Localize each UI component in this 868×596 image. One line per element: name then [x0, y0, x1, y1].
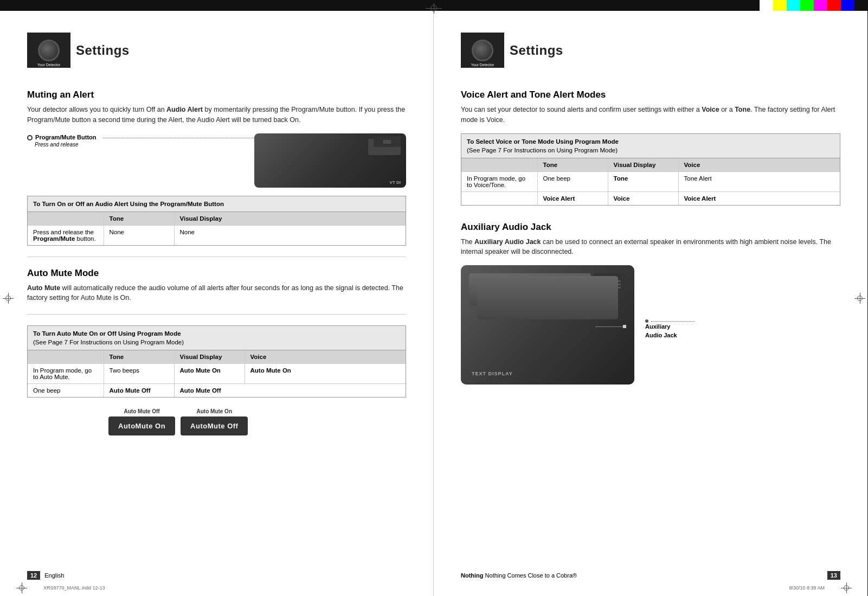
mute-col-h2: Tone: [104, 212, 174, 226]
vt-row-label: In Program mode, go to Voice/Tone. One b…: [461, 171, 840, 191]
right-page: Your Detector Settings Voice Alert and T…: [434, 0, 867, 596]
voice-alert-para: You can set your detector to sound alert…: [461, 105, 840, 125]
am-row1-display: Auto Mute Off: [104, 384, 174, 398]
mute-col-h3: Visual Display: [174, 212, 406, 226]
detector-icon-box-right: Your Detector: [461, 33, 504, 68]
detector-icon-box-left: Your Detector: [27, 33, 70, 68]
auto-mute-section: Auto Mute Mode Auto Mute will automatica…: [27, 268, 406, 436]
reg-crosshair-top: [426, 3, 442, 14]
press-release-label: Press and release: [35, 142, 103, 148]
right-page-footer: Nothing Nothing Comes Close to a Cobra® …: [461, 571, 840, 580]
btn-group-1: Auto Mute Off AutoMute On: [108, 408, 175, 435]
aux-heading: Auxiliary Audio Jack: [461, 222, 840, 233]
auto-mute-table-header: To Turn Auto Mute On or Off Using Progra…: [28, 326, 406, 350]
voice-col-headers: Tone Visual Display Voice: [461, 158, 840, 172]
btn2: AutoMute Off: [181, 416, 248, 435]
date-info: 8/30/10 8:39 AM: [789, 585, 825, 591]
display-buttons-row: Auto Mute Off AutoMute On Auto Mute On A…: [27, 408, 406, 435]
mute-button-label-area: Program/Mute Button Press and release: [27, 133, 103, 148]
voice-table-inner: Tone Visual Display Voice In Program mod…: [461, 158, 840, 205]
auto-mute-table: To Turn Auto Mute On or Off Using Progra…: [27, 325, 406, 398]
program-mute-label: Program/Mute Button: [27, 133, 103, 142]
vt-col-h4: Voice: [678, 158, 840, 172]
vt-row0-voice: Tone Alert: [678, 171, 840, 191]
left-page-num: 12: [27, 571, 40, 580]
aux-para: The Auxiliary Audio Jack can be used to …: [461, 237, 840, 258]
btn-group-2: Auto Mute On AutoMute Off: [181, 408, 248, 435]
auto-mute-sep: [27, 314, 406, 315]
am-row1-voice: Auto Mute Off: [174, 384, 245, 398]
left-lang: English: [44, 572, 64, 579]
am-col-h2: Tone: [104, 350, 174, 364]
aux-section: Auxiliary Audio Jack The Auxiliary Audio…: [461, 222, 840, 385]
aux-diagram: TEXT DISPLAY Auxiliary Audio Jack: [461, 265, 840, 384]
vt-row1: Voice Alert Voice Voice Alert: [461, 191, 840, 205]
mute-table-header: To Turn On or Off an Audio Alert Using t…: [28, 196, 406, 212]
am-row0-tone: Two beeps: [104, 364, 174, 384]
am-row1: One beep Auto Mute Off Auto Mute Off: [28, 384, 406, 398]
am-row-label: In Program mode, go to Auto Mute. Two be…: [28, 364, 406, 384]
am-col-h3: Visual Display: [174, 350, 245, 364]
auto-mute-col-headers: Tone Visual Display Voice: [28, 350, 406, 364]
btn1-label: Auto Mute Off: [124, 408, 160, 414]
muting-heading: Muting an Alert: [27, 89, 406, 100]
your-detector-label-left: Your Detector: [28, 63, 69, 67]
vt-col-h1: [461, 158, 537, 172]
auto-mute-para: Auto Mute will automatically reduce the …: [27, 283, 406, 304]
muting-para: Your detector allows you to quickly turn…: [27, 105, 406, 125]
reg-crosshair-bottom-left: [16, 582, 27, 593]
mute-diagram: Program/Mute Button Press and release ||…: [27, 133, 406, 188]
vt-col-h2: Tone: [537, 158, 608, 172]
auto-mute-table-inner: Tone Visual Display Voice In Program mod…: [28, 350, 406, 397]
aux-label-area: Auxiliary Audio Jack: [645, 265, 695, 339]
vt-in-program: In Program mode, go to Voice/Tone.: [461, 171, 537, 191]
mute-table: To Turn On or Off an Audio Alert Using t…: [27, 196, 406, 246]
voice-table-header: To Select Voice or Tone Mode Using Progr…: [461, 134, 840, 158]
left-page-footer: 12 English: [27, 571, 406, 580]
vt-row1-tone: Voice Alert: [537, 191, 608, 205]
vt-row1-display: Voice: [608, 191, 678, 205]
vt-row0-display: Tone: [608, 171, 678, 191]
mute-table-inner: Tone Visual Display Press and release th…: [28, 212, 406, 245]
am-col-h1: [28, 350, 104, 364]
reg-crosshair-mid-left: [3, 293, 14, 304]
color-test-bars: [760, 0, 868, 11]
mute-row0-desc: Press and release the Program/Mute butto…: [28, 225, 104, 245]
left-page-title: Settings: [76, 43, 130, 58]
mute-dotted-line: [103, 138, 254, 138]
muting-section: Muting an Alert Your detector allows you…: [27, 89, 406, 246]
mute-col-h1: [28, 212, 104, 226]
section-separator: [27, 257, 406, 257]
am-col-h4: Voice: [245, 350, 406, 364]
vt-row1-voice: Voice Alert: [678, 191, 840, 205]
right-page-num-area: 13: [827, 571, 840, 580]
right-page-title: Settings: [510, 43, 563, 58]
left-page-header: Your Detector Settings: [27, 33, 406, 73]
vt-col-h3: Visual Display: [608, 158, 678, 172]
voice-alert-section: Voice Alert and Tone Alert Modes You can…: [461, 89, 840, 206]
aux-device-image: TEXT DISPLAY: [461, 265, 634, 384]
display-buttons-area: Auto Mute Off AutoMute On Auto Mute On A…: [27, 408, 406, 435]
aux-dotted-line: [651, 321, 695, 322]
mute-row0-tone: None: [104, 225, 174, 245]
left-page: Your Detector Settings Muting an Alert Y…: [0, 0, 434, 596]
vt-row1-desc: [461, 191, 537, 205]
device-image-mute: |||||||| VT DI: [254, 133, 406, 188]
auto-mute-heading: Auto Mute Mode: [27, 268, 406, 279]
vt-row0-tone: One beep: [537, 171, 608, 191]
voice-alert-heading: Voice Alert and Tone Alert Modes: [461, 89, 840, 100]
reg-crosshair-bottom-right: [841, 582, 852, 593]
page-spread: Your Detector Settings Muting an Alert Y…: [0, 0, 868, 596]
detector-icon-left: [38, 40, 60, 61]
cobra-footer-text: Nothing Nothing Comes Close to a Cobra®: [461, 572, 577, 579]
am-row0-voice: Auto Mute On: [245, 364, 406, 384]
am-row0-display: Auto Mute On: [174, 364, 245, 384]
your-detector-label-right: Your Detector: [462, 63, 503, 67]
mute-icon: [27, 135, 33, 140]
btn1: AutoMute On: [108, 416, 175, 435]
file-info: XRS9770_MANL.indd 12-13: [43, 585, 105, 591]
voice-table: To Select Voice or Tone Mode Using Progr…: [461, 133, 840, 206]
aux-text-label: Auxiliary Audio Jack: [645, 323, 677, 339]
am-row1-tone: One beep: [28, 384, 104, 398]
mute-row0-display: None: [174, 225, 406, 245]
